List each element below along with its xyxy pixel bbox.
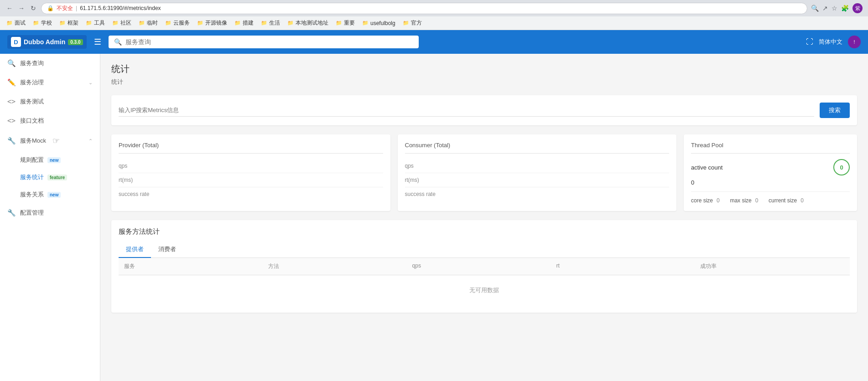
- chevron-down-icon: ⌄: [88, 80, 93, 86]
- active-count-circle: 0: [833, 159, 850, 175]
- profile-button[interactable]: 紫: [852, 3, 863, 13]
- folder-icon: 📁: [59, 20, 66, 26]
- app-name: Dubbo Admin: [24, 38, 65, 46]
- active-count-label: active count: [691, 164, 722, 171]
- folder-icon: 📁: [112, 20, 119, 26]
- share-button[interactable]: ↗: [822, 5, 828, 12]
- sidebar-sub-rule-config[interactable]: 规则配置 new: [20, 151, 100, 169]
- active-count-row: active count 0: [691, 159, 850, 175]
- bookmark-label: 工具: [94, 19, 105, 27]
- thread-pool-title: Thread Pool: [691, 142, 850, 154]
- bookmark-item-5[interactable]: 📁 社区: [109, 18, 134, 28]
- max-size-label: max size: [730, 197, 751, 204]
- fullscreen-button[interactable]: ⛶: [806, 38, 813, 46]
- folder-icon: 📁: [403, 20, 409, 26]
- bookmark-item-3[interactable]: 📁 框架: [57, 18, 81, 28]
- consumer-metric-qps: qps: [405, 159, 670, 173]
- folder-icon: 📁: [234, 20, 241, 26]
- sidebar-sub-service-relation[interactable]: 服务关系 new: [20, 186, 100, 203]
- thread-pool-card: Thread Pool active count 0 0 core size 0…: [684, 134, 857, 211]
- sidebar-item-service-management[interactable]: ✏️ 服务治理 ⌄: [0, 73, 100, 92]
- tab-consumer[interactable]: 消费者: [151, 242, 183, 257]
- max-size-value: 0: [755, 197, 759, 204]
- lock-icon: 🔒: [47, 5, 54, 11]
- table-header-qps: qps: [412, 263, 556, 270]
- bookmark-item-7[interactable]: 📁 云服务: [162, 18, 192, 28]
- bookmark-item-4[interactable]: 📁 工具: [83, 18, 108, 28]
- folder-icon: 📁: [33, 20, 39, 26]
- folder-icon: 📁: [6, 20, 13, 26]
- sidebar-sub-label-rule-config: 规则配置: [20, 156, 44, 164]
- table-header: 服务 方法 qps rt 成功率: [119, 258, 850, 275]
- header-right: ⛶ 简体中文 !: [806, 36, 861, 48]
- sidebar-label-service-management: 服务治理: [20, 78, 44, 87]
- provider-metric-success-rate: success rate: [119, 187, 383, 201]
- global-search-input[interactable]: [125, 38, 413, 46]
- consumer-metric-rt: rt(ms): [405, 173, 670, 187]
- search-section: 搜索: [111, 95, 857, 125]
- bookmark-label: 开源镜像: [205, 19, 227, 27]
- bookmarks-bar: 📁 面试 📁 学校 📁 框架 📁 工具 📁 社区 📁 临时 📁 云服务 📁 开源…: [0, 16, 868, 30]
- extensions-button[interactable]: 🧩: [841, 5, 849, 12]
- method-stats-section: 服务方法统计 提供者 消费者 服务 方法 qps rt 成功率 无可用数据: [111, 220, 857, 313]
- bookmark-label: 框架: [68, 19, 78, 27]
- sidebar-item-service-mock[interactable]: 🔧 服务Mock ☞ ⌃: [0, 130, 100, 151]
- bookmark-item-13[interactable]: 📁 usefulbolg: [359, 19, 398, 27]
- back-button[interactable]: ←: [5, 4, 14, 12]
- app-logo: D Dubbo Admin 0.3.0: [7, 35, 87, 49]
- table-header-success-rate: 成功率: [700, 263, 844, 270]
- bookmark-item-8[interactable]: 📁 开源镜像: [194, 18, 230, 28]
- global-search-bar[interactable]: 🔍: [109, 36, 419, 48]
- app-header: D Dubbo Admin 0.3.0 ☰ 🔍 ⛶ 简体中文 !: [0, 30, 868, 54]
- search-icon: 🔍: [114, 38, 122, 46]
- user-avatar[interactable]: !: [848, 36, 861, 48]
- bookmark-item-14[interactable]: 📁 官方: [400, 18, 425, 28]
- bookmark-item-10[interactable]: 📁 生活: [258, 18, 283, 28]
- bookmark-label: 重要: [344, 19, 355, 27]
- sidebar-label-service-test: 服务测试: [20, 98, 44, 106]
- sidebar-submenu-service-mock: 规则配置 new 服务统计 feature 服务关系 new: [0, 151, 100, 203]
- bookmark-item-2[interactable]: 📁 学校: [30, 18, 55, 28]
- bookmark-item-12[interactable]: 📁 重要: [333, 18, 358, 28]
- code-icon: <>: [7, 98, 16, 106]
- sidebar-item-service-test[interactable]: <> 服务测试: [0, 92, 100, 111]
- bookmark-item-11[interactable]: 📁 本地测试地址: [285, 18, 331, 28]
- zoom-button[interactable]: 🔍: [811, 5, 819, 12]
- sidebar-sub-service-stats[interactable]: 服务统计 feature: [20, 169, 100, 186]
- bookmark-label: 临时: [147, 19, 158, 27]
- sidebar-item-api-docs[interactable]: <> 接口文档: [0, 111, 100, 130]
- address-bar[interactable]: 🔒 不安全 | 61.171.5.6:31990/#/metrics/index: [41, 3, 807, 14]
- new-badge: new: [47, 192, 61, 198]
- provider-card-title: Provider (Total): [119, 142, 383, 154]
- tab-provider[interactable]: 提供者: [119, 242, 151, 258]
- no-data-text: 无可用数据: [119, 275, 850, 305]
- main-content: 统计 统计 搜索 Provider (Total) qps rt(ms) suc…: [100, 54, 868, 381]
- page-title: 统计: [111, 63, 857, 75]
- bookmark-item-1[interactable]: 📁 面试: [4, 18, 28, 28]
- bookmark-item-9[interactable]: 📁 措建: [232, 18, 256, 28]
- hamburger-button[interactable]: ☰: [94, 37, 101, 47]
- sidebar-item-config-management[interactable]: 🔧 配置管理: [0, 203, 100, 222]
- address-text: 61.171.5.6:31990/#/metrics/index: [80, 5, 801, 11]
- app-body: 🔍 服务查询 ✏️ 服务治理 ⌄ <> 服务测试 <> 接口文档 🔧 服务Moc…: [0, 54, 868, 381]
- folder-icon: 📁: [336, 20, 342, 26]
- security-label: 不安全: [57, 5, 73, 12]
- provider-metric-rt: rt(ms): [119, 173, 383, 187]
- new-badge: new: [47, 157, 61, 163]
- cursor-indicator: ☞: [52, 136, 60, 146]
- bookmark-item-6[interactable]: 📁 临时: [136, 18, 161, 28]
- folder-icon: 📁: [86, 20, 92, 26]
- sidebar-item-service-query[interactable]: 🔍 服务查询: [0, 54, 100, 73]
- current-size-label: current size: [769, 197, 797, 204]
- forward-button[interactable]: →: [17, 4, 26, 12]
- method-stats-title: 服务方法统计: [119, 227, 850, 236]
- refresh-button[interactable]: ↻: [29, 4, 37, 12]
- language-button[interactable]: 简体中文: [819, 38, 842, 46]
- search-button[interactable]: 搜索: [820, 103, 850, 118]
- active-count-value: 0: [691, 179, 850, 186]
- ip-search-input[interactable]: [119, 104, 814, 117]
- folder-icon: 📁: [362, 20, 369, 26]
- bookmark-button[interactable]: ☆: [832, 5, 837, 12]
- tabs-row: 提供者 消费者: [119, 242, 850, 258]
- core-size-label: core size: [691, 197, 713, 204]
